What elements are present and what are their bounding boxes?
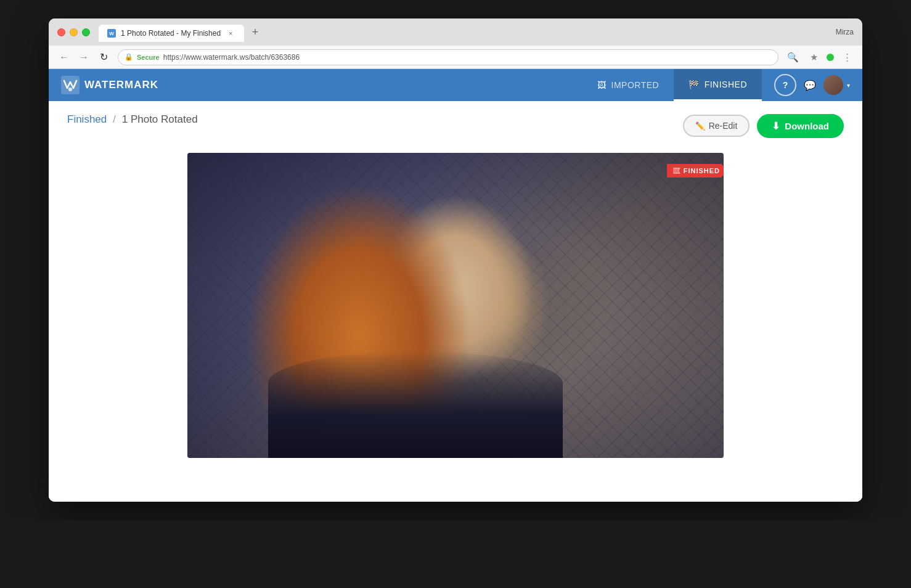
browser-actions: 🔍 ★ ⋮ (785, 49, 855, 65)
new-tab-button[interactable]: + (247, 23, 264, 41)
re-edit-label: Re-Edit (709, 121, 738, 131)
forward-button[interactable]: → (76, 49, 92, 65)
avatar-caret-icon[interactable]: ▾ (847, 82, 850, 89)
url-text: https://www.watermark.ws/batch/6363686 (163, 53, 300, 62)
secure-label: Secure (137, 54, 160, 61)
breadcrumb: Finished / 1 Photo Rotated (67, 113, 198, 126)
tab-bar: W 1 Photo Rotated - My Finished × + (99, 23, 836, 41)
breadcrumb-finished-link[interactable]: Finished (67, 113, 107, 126)
download-icon: ⬇ (772, 120, 780, 132)
tab-close-button[interactable]: × (226, 28, 235, 38)
title-bar: W 1 Photo Rotated - My Finished × + Mirz… (49, 18, 862, 46)
imported-tab[interactable]: 🖼 IMPORTED (582, 69, 674, 101)
search-button[interactable]: 🔍 (785, 49, 801, 65)
avatar-button[interactable] (823, 75, 843, 95)
finished-tab-label: FINISHED (705, 80, 747, 89)
green-dot-indicator (827, 54, 834, 61)
url-bar[interactable]: 🔒 Secure https://www.watermark.ws/batch/… (118, 49, 778, 65)
download-button[interactable]: ⬇ Download (757, 114, 844, 138)
finished-icon: 🏁 (688, 80, 700, 89)
browser-user-label: Mirza (836, 28, 854, 36)
nav-buttons: ← → ↻ (56, 49, 112, 65)
chat-button[interactable]: 💬 (799, 74, 821, 96)
address-bar: ← → ↻ 🔒 Secure https://www.watermark.ws/… (49, 46, 862, 69)
photo-image (187, 153, 724, 458)
close-window-button[interactable] (57, 28, 65, 36)
app-logo[interactable]: WATERMARK (61, 76, 158, 94)
header-row: Finished / 1 Photo Rotated ✏️ Re-Edit ⬇ … (67, 113, 844, 138)
image-container: FINISHED (67, 153, 844, 458)
bookmark-button[interactable]: ★ (806, 49, 822, 65)
menu-button[interactable]: ⋮ (839, 49, 855, 65)
browser-window: W 1 Photo Rotated - My Finished × + Mirz… (49, 18, 862, 502)
finished-tab[interactable]: 🏁 FINISHED (674, 69, 762, 101)
help-icon: ? (783, 80, 788, 90)
svg-point-1 (68, 88, 72, 91)
minimize-window-button[interactable] (70, 28, 78, 36)
watermark-logo-icon (61, 76, 80, 94)
re-edit-button[interactable]: ✏️ Re-Edit (683, 115, 750, 137)
tab-title: 1 Photo Rotated - My Finished (121, 29, 221, 38)
avatar-image (823, 75, 843, 95)
refresh-button[interactable]: ↻ (96, 49, 112, 65)
imported-tab-label: IMPORTED (611, 80, 660, 90)
browser-tab[interactable]: W 1 Photo Rotated - My Finished × (99, 25, 244, 42)
photo-wrapper: FINISHED (187, 153, 724, 458)
back-button[interactable]: ← (56, 49, 72, 65)
chat-icon: 💬 (804, 80, 816, 91)
page-content: Finished / 1 Photo Rotated ✏️ Re-Edit ⬇ … (49, 101, 862, 502)
pencil-icon: ✏️ (695, 121, 705, 131)
maximize-window-button[interactable] (82, 28, 90, 36)
download-label: Download (785, 121, 829, 131)
finished-badge: FINISHED (667, 164, 724, 178)
svg-rect-0 (61, 76, 80, 94)
nav-tabs: 🖼 IMPORTED 🏁 FINISHED (582, 69, 762, 101)
app-content: WATERMARK 🖼 IMPORTED 🏁 FINISHED ? 💬 (49, 69, 862, 502)
help-button[interactable]: ? (774, 74, 796, 96)
breadcrumb-separator: / (113, 114, 115, 125)
new-tab-icon: + (252, 26, 259, 39)
breadcrumb-current-label: 1 Photo Rotated (122, 113, 198, 126)
traffic-lights (57, 28, 90, 36)
secure-icon: 🔒 (125, 53, 133, 61)
nav-right: ? 💬 ▾ (774, 74, 850, 96)
app-logo-text: WATERMARK (84, 79, 158, 91)
tab-favicon: W (107, 29, 116, 38)
finished-flag-icon (673, 168, 680, 174)
imported-icon: 🖼 (597, 80, 607, 90)
app-navbar: WATERMARK 🖼 IMPORTED 🏁 FINISHED ? 💬 (49, 69, 862, 101)
finished-badge-text: FINISHED (684, 167, 720, 174)
